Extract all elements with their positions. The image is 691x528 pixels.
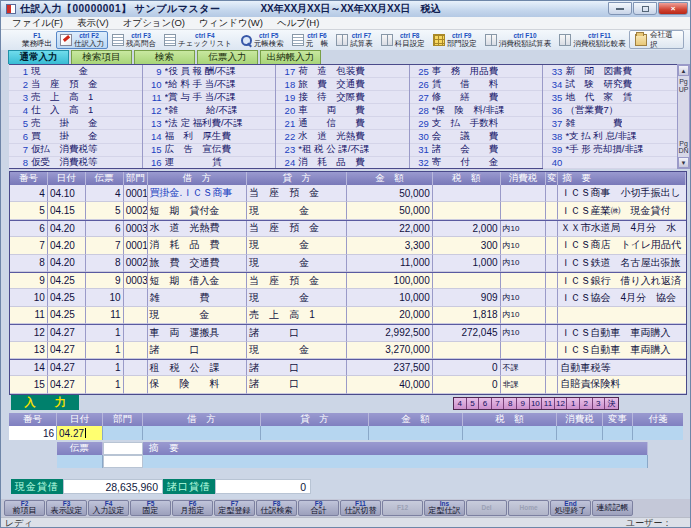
menu-item[interactable]: ヘルプ(H) [270,17,326,30]
entry-slip-field[interactable] [57,455,103,468]
account-item[interactable]: 39*手 形 売却損/非課 [543,144,677,157]
page-down-label[interactable]: Pg DN [678,140,688,155]
month-button[interactable]: 4 [454,398,467,409]
toolbar-button[interactable]: ctrl F9 部門設定 [429,31,481,49]
table-row[interactable]: 11 04.25 11 現 金 売 上 高 1 20,000 1,818 内10 [10,307,686,324]
account-item[interactable]: 20車 両 費 [276,104,409,117]
account-item[interactable]: 1現 金 [9,65,142,78]
entry-change-field[interactable] [603,426,633,440]
minimize-button[interactable] [608,2,632,15]
month-button[interactable]: 11 [542,398,555,409]
account-item[interactable]: 14福 利 厚生費 [143,130,276,143]
tab[interactable]: 通常入力 [8,50,69,64]
company-select-button[interactable]: 会社選択 [629,30,684,49]
toolbar-button[interactable]: ctrl F5 元帳検索 [236,31,288,49]
scroll-up-button[interactable]: ▲ [678,65,689,76]
toolbar-button[interactable]: F1 業務呼出 [4,31,56,49]
account-item[interactable]: 40 [543,157,677,169]
entry-debit-field[interactable] [143,426,261,440]
account-item[interactable]: 35地 代 家 賃 [543,91,677,104]
account-item[interactable]: 19接 待 交際費 [276,91,409,104]
account-item[interactable]: 7仮払 消費税等 [9,144,142,157]
table-row[interactable]: 9 04.25 9 0003 短 期 借入金 当 座 預 金 100,000 Ｉ… [10,272,686,289]
table-row[interactable]: 7 04.20 7 0001 消 耗 品 費 現 金 3,300 300 内10… [10,237,686,254]
month-button[interactable]: 5 [467,398,480,409]
account-item[interactable]: 33新 聞 図書費 [543,65,677,78]
account-item[interactable]: 38*支 払 利 息/非課 [543,130,677,143]
tab[interactable]: 検索項目 [71,50,132,64]
account-item[interactable]: 24消 耗 品 費 [276,157,409,170]
toolbar-button[interactable]: ctrl F4 チェックリスト [160,31,236,49]
toolbar-button[interactable]: ctrl F6 元 帳 [288,31,333,49]
entry-dept-field[interactable] [103,426,143,440]
month-button[interactable]: 3 [593,398,606,409]
account-item[interactable]: 34試 験 研究費 [543,78,677,91]
month-button[interactable]: 6 [479,398,492,409]
toolbar-button[interactable]: ctrl F8 科目設定 [377,31,429,49]
toolbar-button[interactable]: ctrl F10 消費税額試算表 [481,31,556,49]
month-button[interactable]: 7 [492,398,505,409]
account-item[interactable]: 25事 務 用品費 [410,65,543,78]
function-key-button[interactable]: F12 [382,500,423,516]
table-row[interactable]: 12 04.27 1 車 両 運搬具 諸 口 2,992,500 272,045… [10,324,686,341]
account-item[interactable]: 31諸 会 費 [410,144,543,157]
account-item[interactable]: 4仕 入 高 1 [9,104,142,117]
function-key-button[interactable]: Del [466,500,507,516]
table-row[interactable]: 5 04.15 5 0002 短 期 貸付金 現 金 50,000 ＩＣＳ産業㈱… [10,202,686,219]
entry-credit-field[interactable] [261,426,369,440]
entry-slip-subcell[interactable] [103,442,143,455]
function-key-button[interactable]: F4 入力設定 [88,500,129,516]
function-key-button[interactable]: F7 定型登録 [214,500,255,516]
menu-item[interactable]: ウィンドウ(W) [192,17,270,30]
function-key-button[interactable]: Home [508,500,549,516]
menu-item[interactable]: ファイル(F) [5,17,70,30]
account-item[interactable]: 10*給 料 手 当/不課 [143,78,276,91]
account-item[interactable]: 27修 繕 費 [410,91,543,104]
account-item[interactable]: 37雑 費 [543,117,677,130]
toolbar-button[interactable]: ctrl F3 残高問合 [108,31,160,49]
account-item[interactable]: 17荷 造 包装費 [276,65,409,78]
toolbar-button[interactable]: ctrl F11 消費税額比較表 [555,31,630,49]
account-item[interactable]: 22水 道 光熱費 [276,130,409,143]
account-item[interactable]: 29支 払 手数料 [410,117,543,130]
table-row[interactable]: 10 04.25 10 雑 費 現 金 10,000 909 内10 ＩＣＳ協会… [10,289,686,306]
close-button[interactable]: × [658,2,688,15]
function-key-button[interactable]: F6 月指定 [172,500,213,516]
tab[interactable]: 検索 [134,50,195,64]
toolbar-button[interactable]: ctrl F2 仕訳入力 [56,31,108,49]
account-item[interactable]: 13*法 定 福利費/不課 [143,117,276,130]
account-item[interactable]: 8仮受 消費税等 [9,157,142,170]
account-item[interactable]: 30会 議 費 [410,130,543,143]
account-item[interactable]: 16運 賃 [143,157,276,170]
account-item[interactable]: 6買 掛 金 [9,130,142,143]
entry-tax-field[interactable] [463,426,557,440]
menu-item[interactable]: 表示(V) [70,17,116,30]
account-item[interactable]: 5売 掛 金 [9,117,142,130]
function-key-button[interactable]: F11 仕訳切替 [340,500,381,516]
account-item[interactable]: 32寄 付 金 [410,157,543,170]
function-key-button[interactable]: F3 表示設定 [46,500,87,516]
table-row[interactable]: 4 04.10 4 0001 買掛金.ＩＣＳ商事 当 座 預 金 50,000 … [10,185,686,202]
account-item[interactable]: 9*役 員 報 酬/不課 [143,65,276,78]
function-key-button[interactable]: End 処理終了 [550,500,591,516]
month-button[interactable]: 12 [555,398,568,409]
table-row[interactable]: 13 04.27 1 諸 口 現 金 3,270,000 ＩＣＳ自動車 車両購入 [10,342,686,359]
scroll-down-button[interactable]: ▼ [678,157,689,168]
function-key-button[interactable]: F8 仕訳検索 [256,500,297,516]
account-item[interactable]: 26賃 借 料 [410,78,543,91]
month-button[interactable]: 1 [567,398,580,409]
table-row[interactable]: 14 04.27 1 租 税 公 課 諸 口 237,500 0 不課 自動車税… [10,359,686,376]
entry-subcell[interactable] [103,455,143,468]
month-button[interactable]: 決 [605,398,618,409]
month-button[interactable]: 8 [504,398,517,409]
toolbar-button[interactable]: ctrl F7 試算表 [332,31,377,49]
entry-taxcode-field[interactable] [557,426,603,440]
account-item[interactable]: 36（営業費7） [543,104,677,117]
account-item[interactable]: 3売 上 高 1 [9,91,142,104]
entry-fusen-field[interactable] [633,426,683,440]
function-key-button[interactable]: F9 合計 [298,500,339,516]
account-item[interactable]: 28*保 険 料/非課 [410,104,543,117]
page-up-label[interactable]: Pg UP [679,78,689,93]
table-row[interactable]: 8 04.20 8 0002 旅 費 交通費 現 金 11,000 1,000 … [10,255,686,272]
account-item[interactable]: 2当 座 預 金 [9,78,142,91]
